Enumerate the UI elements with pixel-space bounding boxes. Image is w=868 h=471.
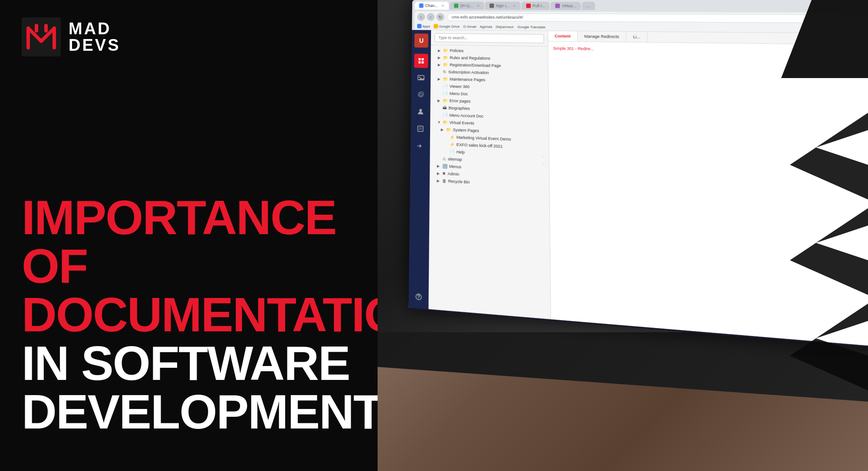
sitemap-icon: ⚠: [442, 157, 446, 161]
tab-close-2[interactable]: ✕: [477, 4, 480, 8]
tree-label-subscription: Subscription Activation: [448, 70, 489, 75]
browser-tab-5[interactable]: Virtuo...: [551, 2, 581, 10]
tree-label-menu-doc: Menu Doc: [450, 91, 468, 96]
cms-logo-icon: U: [414, 33, 428, 48]
cms-search-input[interactable]: [434, 33, 544, 43]
tree-arrow-expanded: ▼: [437, 120, 441, 124]
tree-label-system-pages: System Pages: [453, 128, 479, 133]
tree-label-error: Error pages: [450, 98, 471, 104]
folder-icon: 📁: [443, 48, 448, 52]
cms-icon-settings[interactable]: [414, 87, 428, 102]
headline-line1: IMPORTANCE OF: [22, 193, 356, 291]
bookmark-gdrive[interactable]: Google Drive: [434, 24, 460, 29]
tree-arrow: ▶: [438, 49, 441, 52]
cms-icon-sidebar: U: [408, 30, 431, 309]
tab-label-2: (9+1)...: [460, 3, 473, 8]
headline-line4: DEVELOPMENT: [22, 388, 356, 436]
tree-label-sitemap: sitemap: [448, 157, 462, 162]
browser-tab-6[interactable]: ...: [582, 2, 595, 10]
headline-block: IMPORTANCE OF DOCUMENTATION IN SOFTWARE …: [22, 193, 356, 436]
page-icon: 📄: [450, 150, 454, 154]
tree-label-marketing-event: Marketing Virtual Event Demo: [457, 135, 511, 141]
tree-label-recycle: Recycle Bin: [448, 179, 470, 184]
cms-icon-users[interactable]: [414, 104, 428, 119]
tree-arrow: ▶: [438, 62, 441, 66]
laptop-screen: Chan... ✕ (9+1)... ✕ Sign i... ✕ Pull r.…: [408, 0, 868, 351]
bookmark-translate[interactable]: Google Translate: [517, 25, 546, 29]
folder-icon: 📁: [443, 77, 448, 82]
bookmark-favicon-apps: [417, 24, 421, 28]
bookmark-apps[interactable]: Apps: [417, 24, 430, 28]
browser-tab-4[interactable]: Pull r...: [522, 2, 550, 10]
tab-label-5: Virtuo...: [562, 3, 576, 8]
tree-arrow: ▶: [438, 56, 441, 59]
biographies-icon: 🏔: [443, 105, 447, 110]
svg-rect-7: [421, 61, 424, 63]
cms-tree: ▶ 📁 Policies ▶ 📁 Rules and Regulations ▶…: [428, 45, 550, 319]
page-icon: 📄: [443, 84, 447, 89]
cms-icon-content[interactable]: [414, 54, 428, 68]
folder-icon: 📁: [443, 120, 447, 125]
nav-buttons: ‹ › ↻: [417, 13, 444, 21]
address-bar[interactable]: cms-exfo.azurewebsites.net/umbraco/#/: [447, 13, 868, 23]
cms-tab-manage-redirects[interactable]: Manage Redirects: [578, 31, 627, 42]
folder-icon: 📁: [443, 98, 447, 103]
tab-close-3[interactable]: ✕: [513, 4, 516, 8]
tree-arrow: ▶: [437, 179, 441, 183]
cms-search-area: [431, 30, 548, 46]
tab-close-1[interactable]: ✕: [441, 4, 444, 8]
cms-icon-forms[interactable]: [413, 121, 427, 136]
forward-button[interactable]: ›: [427, 13, 434, 21]
cms-main-content: Content Manage Redirects Li... Simple 30…: [548, 31, 868, 350]
tree-label-biographies: Biographies: [448, 106, 470, 111]
tab-favicon-4: [526, 3, 531, 8]
tab-favicon-1: [419, 3, 424, 8]
tree-arrow: ▶: [437, 98, 441, 103]
tree-arrow: ▶: [437, 171, 441, 176]
recycle-icon: 🗑: [442, 179, 446, 183]
browser-tab-2[interactable]: (9+1)... ✕: [450, 2, 484, 10]
browser-tab-3[interactable]: Sign i... ✕: [485, 2, 520, 10]
cms-content-body: Simple 301 - Redire...: [548, 42, 868, 63]
cms-tab-content[interactable]: Content: [548, 31, 578, 42]
svg-rect-12: [418, 126, 423, 131]
help-more-button[interactable]: ...: [542, 154, 545, 158]
svg-rect-5: [421, 58, 424, 60]
cms-icon-media[interactable]: [414, 70, 428, 85]
tab-label-6: ...: [587, 3, 590, 8]
event-icon: ⚡: [450, 135, 454, 140]
bookmark-gmail[interactable]: G Gmail: [463, 24, 476, 28]
tab-label-4: Pull r...: [533, 3, 545, 8]
logo-mad: MAD: [69, 20, 120, 37]
tab-label-3: Sign i...: [496, 3, 509, 8]
cms-icon-redirect[interactable]: [413, 138, 427, 154]
cms-tab-li[interactable]: Li...: [626, 32, 648, 42]
tree-label-menus: Menus: [449, 164, 461, 169]
folder-icon: 📁: [443, 62, 448, 67]
logo-devs: DEVS: [69, 37, 120, 53]
back-button[interactable]: ‹: [417, 13, 425, 21]
tree-label-virtual-events: Virtual Events: [449, 120, 474, 125]
svg-rect-2: [35, 24, 38, 33]
tree-label-rules: Rules and Regulations: [450, 56, 490, 61]
headline-line2: DOCUMENTATION: [22, 291, 356, 339]
browser-tab-active[interactable]: Chan... ✕: [415, 2, 449, 10]
tab-favicon-3: [490, 3, 494, 8]
bookmark-agenda[interactable]: Agenda: [480, 25, 492, 29]
cms-icon-help[interactable]: [411, 289, 426, 305]
left-panel: MAD DEVS IMPORTANCE OF DOCUMENTATION IN …: [0, 0, 378, 471]
bookmark-label-translate: Google Translate: [517, 25, 546, 29]
admin-icon: ✖: [442, 171, 446, 176]
browser-tabs: Chan... ✕ (9+1)... ✕ Sign i... ✕ Pull r.…: [415, 2, 868, 11]
bookmark-depanneur[interactable]: Dépanneur: [496, 25, 513, 29]
svg-marker-10: [419, 78, 424, 80]
bookmark-label-apps: Apps: [422, 24, 430, 28]
maddevs-logo-icon: [22, 17, 61, 56]
tree-label-policies: Policies: [450, 49, 464, 53]
sitemap-more-button[interactable]: ...: [542, 161, 545, 165]
svg-point-16: [418, 298, 419, 299]
refresh-button[interactable]: ↻: [436, 13, 444, 21]
bookmark-label-depanneur: Dépanneur: [496, 25, 513, 29]
tree-arrow: ▶: [437, 77, 441, 81]
tree-label-admin: Admin: [448, 171, 460, 177]
